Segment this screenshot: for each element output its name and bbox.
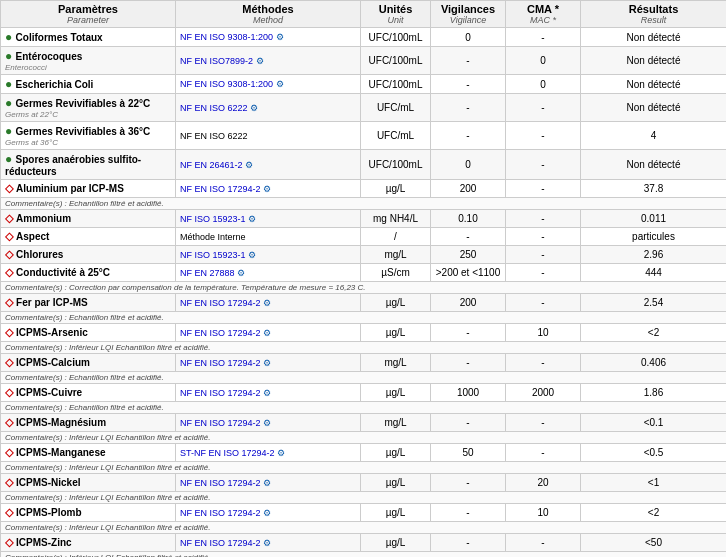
result-cell: <0.5 <box>581 444 727 462</box>
param-icon: ◇ <box>5 446 16 458</box>
method-link-icon: ⚙ <box>261 418 272 428</box>
comment-row: Commentaire(s) : Echantillon filtré et a… <box>1 198 727 210</box>
unit-cell: µS/cm <box>361 264 431 282</box>
result-cell: <0.1 <box>581 414 727 432</box>
method-link[interactable]: NF EN ISO 6222 <box>180 103 248 113</box>
method-link[interactable]: NF EN ISO 17294-2 <box>180 328 261 338</box>
param-icon: ◇ <box>5 476 16 488</box>
unit-cell: µg/L <box>361 504 431 522</box>
method-link-icon: ⚙ <box>253 56 264 66</box>
unit-cell: mg NH4/L <box>361 210 431 228</box>
cma-cell: - <box>506 354 581 372</box>
method-link-icon: ⚙ <box>243 160 254 170</box>
result-cell: 2.54 <box>581 294 727 312</box>
comment-row: Commentaire(s) : Inférieur LQI Echantill… <box>1 522 727 534</box>
param-cell: ◇ Ammonium <box>1 210 176 228</box>
method-link[interactable]: ST-NF EN ISO 17294-2 <box>180 448 275 458</box>
method-link[interactable]: NF ISO 15923-1 <box>180 250 246 260</box>
method-link[interactable]: NF EN ISO 17294-2 <box>180 508 261 518</box>
col-header-1: MéthodesMethod <box>176 1 361 28</box>
param-cell: ◇ Chlorures <box>1 246 176 264</box>
vigilance-cell: - <box>431 474 506 492</box>
comment-cell: Commentaire(s) : Inférieur LQI Echantill… <box>1 552 727 558</box>
method-cell: NF EN ISO 17294-2 ⚙ <box>176 294 361 312</box>
method-cell: NF EN ISO 17294-2 ⚙ <box>176 504 361 522</box>
table-row: ● Germes Revivifiables à 36°CGerms at 36… <box>1 122 727 150</box>
method-link[interactable]: NF EN ISO 17294-2 <box>180 538 261 548</box>
result-cell: Non détecté <box>581 28 727 47</box>
cma-cell: 10 <box>506 504 581 522</box>
param-icon: ◇ <box>5 386 16 398</box>
result-cell: particules <box>581 228 727 246</box>
param-icon: ◇ <box>5 326 16 338</box>
comment-cell: Commentaire(s) : Echantillon filtré et a… <box>1 198 727 210</box>
unit-cell: µg/L <box>361 294 431 312</box>
param-icon: ◇ <box>5 230 16 242</box>
method-link-icon: ⚙ <box>273 32 284 42</box>
method-link[interactable]: NF EN ISO 17294-2 <box>180 298 261 308</box>
method-cell: NF EN ISO 17294-2 ⚙ <box>176 414 361 432</box>
result-cell: <50 <box>581 534 727 552</box>
vigilance-cell: - <box>431 504 506 522</box>
cma-cell: 0 <box>506 47 581 75</box>
method-link[interactable]: NF EN ISO 17294-2 <box>180 184 261 194</box>
method-cell: NF EN ISO 17294-2 ⚙ <box>176 324 361 342</box>
method-link[interactable]: NF EN ISO 9308-1:200 <box>180 79 273 89</box>
method-link-icon: ⚙ <box>248 103 259 113</box>
table-row: ◇ ICPMS-ManganeseST-NF EN ISO 17294-2 ⚙µ… <box>1 444 727 462</box>
table-row: ● Coliformes TotauxNF EN ISO 9308-1:200 … <box>1 28 727 47</box>
col-header-4: CMA *MAC * <box>506 1 581 28</box>
method-link-icon: ⚙ <box>261 358 272 368</box>
comment-cell: Commentaire(s) : Inférieur LQI Echantill… <box>1 492 727 504</box>
comment-row: Commentaire(s) : Inférieur LQI Echantill… <box>1 462 727 474</box>
method-cell: NF EN ISO 17294-2 ⚙ <box>176 354 361 372</box>
method-link[interactable]: NF EN 26461-2 <box>180 160 243 170</box>
method-link-icon: ⚙ <box>261 508 272 518</box>
method-cell: NF EN ISO 9308-1:200 ⚙ <box>176 28 361 47</box>
param-cell: ◇ ICPMS-Nickel <box>1 474 176 492</box>
method-link-icon: ⚙ <box>235 268 246 278</box>
result-cell: 0.011 <box>581 210 727 228</box>
unit-cell: µg/L <box>361 474 431 492</box>
col-header-3: VigilancesVigilance <box>431 1 506 28</box>
vigilance-cell: - <box>431 228 506 246</box>
table-row: ◇ ICPMS-ArsenicNF EN ISO 17294-2 ⚙µg/L-1… <box>1 324 727 342</box>
result-cell: <2 <box>581 324 727 342</box>
method-link[interactable]: NF EN ISO 17294-2 <box>180 478 261 488</box>
param-icon: ◇ <box>5 506 16 518</box>
method-cell: NF ISO 15923-1 ⚙ <box>176 246 361 264</box>
comment-cell: Commentaire(s) : Inférieur LQI Echantill… <box>1 342 727 354</box>
result-cell: 0.406 <box>581 354 727 372</box>
method-link[interactable]: NF EN ISO 17294-2 <box>180 358 261 368</box>
cma-cell: - <box>506 534 581 552</box>
param-cell: ● Escherichia Coli <box>1 75 176 94</box>
method-link[interactable]: NF EN ISO7899-2 <box>180 56 253 66</box>
method-cell: NF EN ISO 9308-1:200 ⚙ <box>176 75 361 94</box>
vigilance-cell: 0 <box>431 150 506 180</box>
comment-cell: Commentaire(s) : Inférieur LQI Echantill… <box>1 432 727 444</box>
param-cell: ● Coliformes Totaux <box>1 28 176 47</box>
vigilance-cell: 250 <box>431 246 506 264</box>
method-cell: NF EN 27888 ⚙ <box>176 264 361 282</box>
param-cell: ◇ Conductivité à 25°C <box>1 264 176 282</box>
cma-cell: - <box>506 122 581 150</box>
unit-cell: µg/L <box>361 534 431 552</box>
method-link[interactable]: NF EN ISO 17294-2 <box>180 388 261 398</box>
vigilance-cell: 0 <box>431 28 506 47</box>
method-link[interactable]: NF EN ISO 9308-1:200 <box>180 32 273 42</box>
unit-cell: / <box>361 228 431 246</box>
vigilance-cell: - <box>431 324 506 342</box>
method-cell: NF EN 26461-2 ⚙ <box>176 150 361 180</box>
col-header-5: RésultatsResult <box>581 1 727 28</box>
result-cell: 2.96 <box>581 246 727 264</box>
result-cell: Non détecté <box>581 47 727 75</box>
unit-cell: UFC/100mL <box>361 47 431 75</box>
result-cell: 444 <box>581 264 727 282</box>
comment-row: Commentaire(s) : Inférieur LQI Echantill… <box>1 552 727 558</box>
table-row: ◇ ChloruresNF ISO 15923-1 ⚙mg/L250-2.96 <box>1 246 727 264</box>
method-link[interactable]: NF ISO 15923-1 <box>180 214 246 224</box>
method-link[interactable]: NF EN 27888 <box>180 268 235 278</box>
cma-cell: - <box>506 150 581 180</box>
vigilance-cell: - <box>431 94 506 122</box>
method-link[interactable]: NF EN ISO 17294-2 <box>180 418 261 428</box>
